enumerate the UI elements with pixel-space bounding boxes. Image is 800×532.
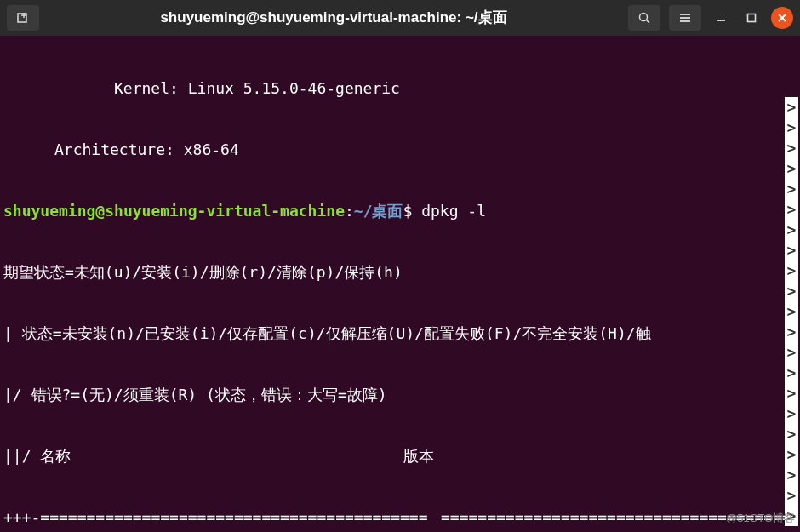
search-icon <box>637 11 651 25</box>
terminal-output[interactable]: Kernel: Linux 5.15.0-46-generic Architec… <box>0 36 800 532</box>
menu-button[interactable] <box>669 5 701 31</box>
prompt-line: shuyueming@shuyueming-virtual-machine:~/… <box>3 201 797 221</box>
search-button[interactable] <box>628 5 660 31</box>
minimize-icon <box>716 13 726 23</box>
command-text: dpkg -l <box>421 202 486 220</box>
titlebar: shuyueming@shuyueming-virtual-machine: ~… <box>0 0 800 36</box>
maximize-icon <box>746 13 757 23</box>
arch-line: Architecture: x86-64 <box>54 140 797 160</box>
legend-line-3: |/ 错误?=(无)/须重装(R) (状态，错误：大写=故障) <box>3 385 797 405</box>
new-tab-icon <box>16 11 30 25</box>
svg-line-4 <box>647 20 650 24</box>
prompt-user: shuyueming@shuyueming-virtual-machine <box>3 202 345 220</box>
svg-rect-9 <box>748 14 756 22</box>
minimize-button[interactable] <box>710 7 732 29</box>
hamburger-icon <box>678 11 692 25</box>
new-tab-button[interactable] <box>7 5 39 31</box>
close-icon <box>778 14 786 22</box>
watermark: @51CTO博客 <box>726 508 795 529</box>
maximize-button[interactable] <box>740 7 763 29</box>
legend-line-2: | 状态=未安装(n)/已安装(i)/仅存配置(c)/仅解压缩(U)/配置失败(… <box>3 323 797 344</box>
svg-point-3 <box>640 14 648 21</box>
close-button[interactable] <box>771 7 793 29</box>
window-title: shuyueming@shuyueming-virtual-machine: ~… <box>46 8 621 28</box>
prompt-path: ~/桌面 <box>354 202 403 220</box>
separator-line: +++-====================================… <box>3 507 797 528</box>
legend-line-1: 期望状态=未知(u)/安装(i)/删除(r)/清除(p)/保持(h) <box>3 262 797 283</box>
kernel-line: Kernel: Linux 5.15.0-46-generic <box>114 78 797 99</box>
continuation-column: >>>>>>>>>>>>>>>>>>>>> <box>785 97 798 526</box>
column-header: ||/ 名称 版本 <box>3 446 797 466</box>
